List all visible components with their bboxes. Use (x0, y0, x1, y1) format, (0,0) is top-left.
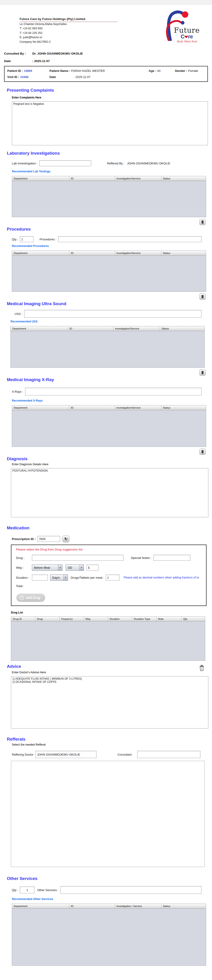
diagnosis-sublabel: Enter Diagnosis Details Here (12, 463, 208, 466)
advice-heading: Advice (7, 664, 208, 669)
refresh-prescription-button[interactable]: ↻ (63, 536, 69, 542)
special-notes-input[interactable] (153, 555, 190, 561)
col-investigation-service: Investigation / Service (115, 904, 161, 908)
recommended-other-services-link[interactable]: Recommended Other Services (12, 897, 53, 900)
lab-investigation-input[interactable] (39, 160, 91, 166)
uss-table-header: Department ID Investigation/Service Stat… (11, 326, 204, 331)
add-drug-button[interactable]: + Add Drug (16, 594, 45, 602)
uss-label: USS : (14, 312, 22, 316)
xray-table: Department ID Investigation/Service Stat… (12, 405, 206, 447)
advice-sublabel: Enter Doctor's Advice Here (12, 671, 208, 674)
procedures-table: Department ID Investigation/Service Stat… (12, 251, 206, 292)
procedures-table-header: Department ID Investigation/Service Stat… (12, 251, 206, 256)
other-services-label: Other Services : (37, 888, 58, 892)
patient-name-label: Patient Name : (50, 69, 70, 73)
refresh-icon: ↻ (64, 537, 67, 541)
xray-input[interactable] (25, 388, 201, 395)
per-meal-input[interactable] (106, 574, 119, 581)
consulted-by-value: Dr. JOHN OSANWEOKWU OKOLIE (32, 52, 83, 55)
other-services-heading: Other Services (7, 876, 208, 881)
patient-id-value: 10869 (24, 69, 32, 73)
plus-circle-icon: + (19, 595, 24, 600)
advice-textarea[interactable]: 1) ADEQUATE FLUID INTAKE ( MINIMUN OF 3 … (11, 676, 208, 729)
xray-delete-button[interactable] (199, 449, 206, 455)
procedures-qty-input[interactable] (20, 236, 34, 242)
company-title: Future Care by Future Holdings (Pty) Lim… (19, 17, 117, 22)
other-qty-input[interactable] (20, 886, 34, 893)
consulted-by-row: Consulted By : Dr. JOHN OSANWEOKWU OKOLI… (4, 52, 208, 55)
procedures-table-body (12, 256, 206, 291)
refferals-heading: Refferals (7, 737, 208, 742)
company-phone-2: T: +24 84 225 252 (19, 31, 164, 35)
consulted-by-label: Consulted By : (4, 52, 32, 55)
col-department: Department (12, 904, 69, 908)
way-label: Way : (16, 566, 32, 570)
diagnosis-heading: Diagnosis (7, 457, 208, 461)
complaints-textarea[interactable]: Pregnant test is Negative. (12, 102, 208, 145)
fraction-hint: Please add as decimal numbers when addin… (124, 576, 199, 579)
other-table-header: Department ID Investigation / Service St… (12, 904, 206, 908)
medication-form-box: Please select the Drug from Drug suggess… (11, 544, 207, 606)
col-investigation-service: Investigation/Service (115, 251, 161, 255)
presenting-complaints-heading: Presenting Complaints (7, 88, 208, 93)
visit-id-label: Visit ID : (7, 75, 19, 79)
consultant-input[interactable] (137, 751, 201, 758)
diagnosis-textarea[interactable]: POSTURAL HYPOTENSION. (11, 468, 208, 517)
uss-delete-button[interactable] (199, 369, 206, 375)
duration-type-select[interactable]: Day/s▼ (50, 574, 68, 581)
xray-heading: Medical Imaging X-Ray (7, 377, 208, 382)
frequency-select[interactable]: OD▼ (66, 564, 84, 571)
advice-delete-button[interactable] (198, 663, 206, 673)
consult-date-value: : 2025-11-07 (32, 59, 50, 63)
drug-list-label: Drug List (11, 611, 208, 614)
prescription-id-input[interactable] (37, 536, 60, 542)
recommended-xrays-link[interactable]: Recommended X-Rays (12, 399, 43, 402)
col-department: Department (12, 251, 69, 255)
special-notes-label: Special Notes : (131, 556, 152, 560)
company-address: Le Chainter,Victoria,Mahe,Seychelles (19, 22, 164, 26)
total-label: Total : (16, 584, 32, 588)
refferals-list-box (11, 761, 205, 867)
duration-input[interactable] (32, 574, 48, 581)
visit-date-value: : 2025-11-07 (74, 75, 90, 79)
patient-info-box: Patient ID :10869 Patient Name :FARAH HA… (4, 66, 208, 82)
procedures-heading: Procedures (7, 227, 208, 232)
visit-date-label: Date (50, 75, 73, 79)
recommended-uss-link[interactable]: Recommended USS (11, 320, 38, 323)
lab-investigation-label: Lab Investingation : (12, 162, 38, 165)
col-qty: Qty (181, 617, 205, 621)
chevron-down-icon: ▼ (63, 574, 68, 581)
col-department: Department (11, 326, 68, 331)
recommended-lab-testings-link[interactable]: Recommended Lab Testings (12, 170, 50, 173)
procedures-input[interactable] (58, 236, 201, 242)
drug-input[interactable] (32, 555, 124, 561)
consult-date-label: Date (4, 59, 32, 63)
col-id: ID (69, 406, 115, 410)
reffering-doctor-input[interactable] (35, 751, 96, 758)
lab-table: Department ID Investigation/Service Stat… (12, 176, 206, 217)
age-value: 43 (157, 69, 161, 73)
refferals-sublabel: Select the needed Refferal (12, 743, 208, 746)
trash-icon (201, 220, 204, 224)
recommended-procedures-link[interactable]: Recommended Procedures (12, 245, 49, 248)
duration-label: Duration : (16, 576, 32, 579)
patient-name-value: FARAH HAZEL WESTER (71, 69, 105, 73)
consult-date-row: Date : 2025-11-07 (4, 59, 208, 63)
lab-delete-button[interactable] (199, 219, 206, 225)
way-qty-input[interactable] (87, 565, 98, 571)
gender-label: Gender : (175, 69, 187, 73)
consultant-label: Consultant (117, 753, 132, 756)
col-id: ID (69, 176, 115, 181)
way-select[interactable]: Before Meal▼ (32, 564, 63, 571)
col-drug: Drug (35, 617, 59, 621)
reffered-by-label: Reffered By : (107, 162, 124, 165)
uss-input[interactable] (24, 310, 201, 318)
lab-table-body (12, 181, 206, 217)
other-qty-label: Qty : (12, 888, 18, 892)
other-services-input[interactable] (60, 886, 201, 894)
col-status: Status (161, 251, 206, 255)
procedures-delete-button[interactable] (199, 294, 206, 300)
age-label: Age : (149, 69, 156, 73)
patient-id-label: Patient ID : (7, 69, 23, 73)
col-status: Status (161, 904, 206, 908)
